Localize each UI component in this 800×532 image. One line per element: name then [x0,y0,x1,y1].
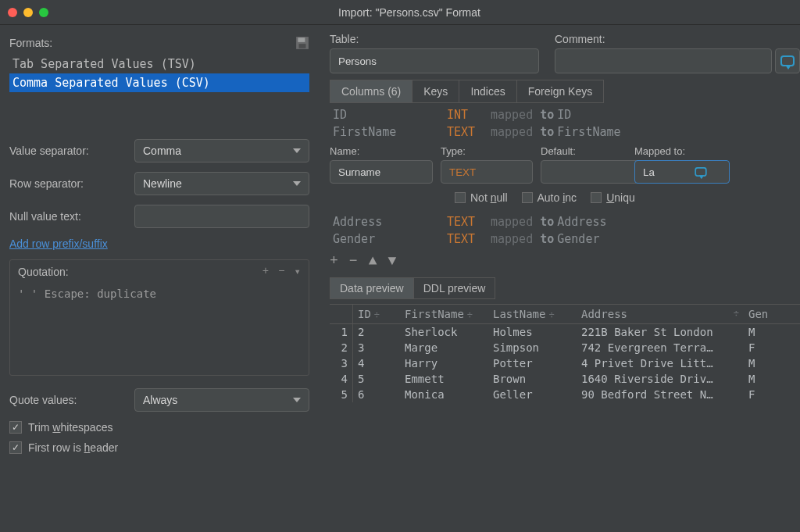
tab-keys[interactable]: Keys [412,80,459,103]
column-row-address[interactable]: Address TEXT mapped toAddress [330,213,800,230]
move-down-button[interactable]: ▼ [388,255,396,266]
col-name-input[interactable] [330,160,433,184]
maximize-window-button[interactable] [39,8,48,17]
row-separator-combo[interactable]: Newline [134,172,309,195]
checkbox-icon [591,192,602,203]
table-row[interactable]: 56MonicaGeller90 Bedford Street N…F [330,387,800,402]
quote-values-label: Quote values: [9,394,134,406]
row-number: 2 [330,340,353,355]
comment-label: Comment: [555,33,800,45]
chevron-down-icon [293,181,301,186]
row-number: 5 [330,387,353,402]
col-header-address[interactable]: Address÷ [577,305,744,323]
checkbox-icon [9,441,22,454]
preview-tabs: Data preview DDL preview [330,277,800,299]
format-item-tsv[interactable]: Tab Separated Values (TSV) [9,55,309,73]
formats-list[interactable]: Tab Separated Values (TSV) Comma Separat… [9,55,309,92]
save-format-icon[interactable] [295,36,309,50]
schema-tabs: Columns (6) Keys Indices Foreign Keys [330,80,800,103]
cell-gender: F [744,340,783,355]
tab-data-preview[interactable]: Data preview [330,277,414,299]
cell-id: 5 [353,371,400,387]
not-null-checkbox[interactable]: Not null [455,191,508,204]
close-window-button[interactable] [8,8,17,17]
checkbox-icon [522,192,533,203]
table-label: Table: [330,33,539,45]
cell-address: 742 Evergreen Terra… [577,340,744,355]
col-type-label: Type: [441,145,533,157]
balloon-icon [780,55,795,66]
row-number: 4 [330,371,353,387]
column-row-id[interactable]: ID INT mapped toID [330,106,800,123]
tab-indices[interactable]: Indices [459,80,516,103]
table-name-input[interactable] [330,48,539,73]
cell-gender: M [744,324,783,340]
table-row[interactable]: 45EmmettBrown1640 Riverside Driv…M [330,371,800,387]
cell-lastname: Simpson [488,340,577,355]
col-default-label: Default: [541,145,627,157]
quotation-panel: Quotation: + − ▾ ' ' Escape: duplicate [9,259,309,376]
value-separator-label: Value separator: [9,145,134,157]
balloon-icon [695,167,706,177]
value-separator-value: Comma [143,145,181,157]
col-header-firstname[interactable]: FirstName÷ [400,305,488,323]
table-row[interactable]: 34HarryPotter4 Privet Drive Litt…M [330,355,800,371]
cell-id: 4 [353,355,400,371]
null-value-input[interactable] [134,205,309,228]
checkbox-icon [455,192,466,203]
cell-firstname: Monica [400,387,488,402]
quotation-entry[interactable]: ' ' Escape: duplicate [10,283,309,305]
first-row-header-checkbox[interactable]: First row is header [9,441,309,454]
cell-gender: M [744,355,783,371]
cell-id: 3 [353,340,400,355]
add-prefix-suffix-link[interactable]: Add row prefix/suffix [9,237,108,250]
svg-rect-2 [299,44,306,48]
data-preview-table: ID÷ FirstName÷ LastName÷ Address÷ Gen 12… [330,304,800,402]
cell-firstname: Emmett [400,371,488,387]
table-row[interactable]: 12SherlockHolmes221B Baker St LondonM [330,324,800,340]
cell-firstname: Marge [400,340,488,355]
cell-lastname: Holmes [488,324,577,340]
quote-values-value: Always [143,394,177,406]
quotation-label: Quotation: [18,266,69,278]
cell-address: 4 Privet Drive Litt… [577,355,744,371]
row-number-header [330,305,353,323]
quotation-remove-icon[interactable]: − [278,265,284,278]
tab-foreign-keys[interactable]: Foreign Keys [517,80,604,103]
null-value-label: Null value text: [9,210,134,223]
quotation-add-icon[interactable]: + [262,265,269,278]
quote-values-combo[interactable]: Always [134,388,309,412]
unique-checkbox[interactable]: Uniqu [591,191,635,204]
comment-input[interactable] [555,48,772,73]
cell-id: 6 [353,387,400,402]
col-header-id[interactable]: ID÷ [353,305,400,323]
quotation-menu-icon[interactable]: ▾ [295,265,301,278]
value-separator-combo[interactable]: Comma [134,139,309,162]
format-item-csv[interactable]: Comma Separated Values (CSV) [9,73,309,92]
cell-address: 221B Baker St London [577,324,744,340]
expand-comment-button[interactable] [775,48,800,73]
minimize-window-button[interactable] [23,8,33,17]
column-row-gender[interactable]: Gender TEXT mapped toGender [330,230,800,248]
col-header-gender[interactable]: Gen [744,305,783,323]
svg-rect-1 [298,37,305,42]
column-row-firstname[interactable]: FirstName TEXT mapped toFirstName [330,123,800,141]
col-header-lastname[interactable]: LastName÷ [488,305,577,323]
add-column-button[interactable]: + [330,255,338,266]
move-up-button[interactable]: ▲ [369,255,377,266]
row-separator-value: Newline [143,177,182,190]
col-type-input[interactable] [441,160,533,184]
cell-gender: F [744,387,783,402]
remove-column-button[interactable]: − [349,255,358,266]
tab-ddl-preview[interactable]: DDL preview [414,277,496,299]
chevron-down-icon [293,148,301,153]
tab-columns[interactable]: Columns (6) [330,80,412,103]
cell-firstname: Sherlock [400,324,488,340]
row-number: 1 [330,324,353,340]
auto-inc-checkbox[interactable]: Auto inc [522,191,577,204]
trim-whitespace-checkbox[interactable]: Trim whitespaces [9,421,309,434]
row-separator-label: Row separator: [9,177,134,190]
col-mapped-input[interactable] [634,160,730,184]
cell-lastname: Brown [488,371,577,387]
table-row[interactable]: 23MargeSimpson742 Evergreen Terra…F [330,340,800,355]
